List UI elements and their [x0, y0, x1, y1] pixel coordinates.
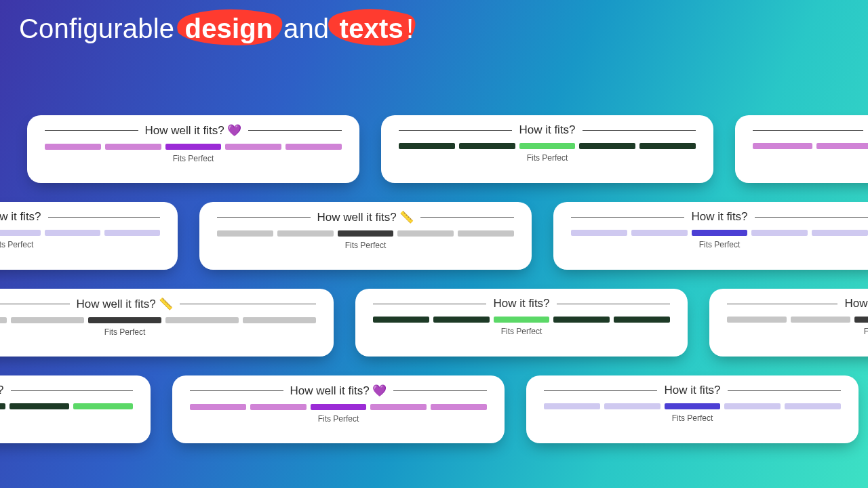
card-title-row: How it fits?: [399, 123, 696, 137]
fit-scale-segment: [458, 230, 514, 237]
rule-left: [217, 217, 311, 218]
fit-scale-segment: [45, 230, 100, 236]
rule-left: [0, 304, 70, 304]
fit-scale-segment: [431, 404, 487, 410]
fit-scale-segment: [45, 144, 101, 150]
fit-scale-segment: [459, 143, 515, 149]
fit-scale-segment: [494, 317, 550, 323]
card-title-row: How well it fits? 💜: [45, 123, 342, 138]
fit-scale-segment: [88, 317, 161, 323]
fit-card: How well it fits? 📏Fits Perfect: [199, 202, 532, 270]
rule-right: [180, 304, 316, 304]
fit-caption: Fits Perfect: [318, 414, 359, 424]
rule-right: [728, 390, 841, 391]
fit-scale: [0, 403, 133, 409]
fit-scale-segment: [373, 317, 429, 323]
card-rows: How well it fits? 💜Fits PerfectHow it fi…: [0, 115, 868, 488]
rule-right: [48, 217, 160, 218]
fit-scale-segment: [724, 403, 781, 409]
fit-caption: Fits Perfect: [672, 413, 713, 423]
fit-caption: Fits Perfect: [527, 153, 568, 163]
fit-scale-segment: [0, 317, 7, 323]
fit-caption: Fits Perfect: [345, 241, 387, 250]
fit-caption: Fits Perfect: [0, 240, 33, 249]
card-title: How well it fits? 💜: [145, 123, 242, 138]
card-title-row: How well it fits? 📏: [217, 210, 514, 224]
fit-card: How well it fits?Fits Perfect: [709, 289, 868, 357]
fit-scale: [0, 317, 316, 323]
fit-scale-segment: [165, 144, 222, 150]
rule-left: [373, 304, 486, 304]
fit-scale-segment: [105, 144, 161, 150]
fit-card: How well it fits? 💜Fits Perfect: [172, 375, 505, 443]
rule-right: [11, 390, 133, 391]
highlight-texts-text: texts: [340, 14, 403, 43]
fit-scale-segment: [0, 230, 41, 236]
rule-right: [248, 130, 342, 131]
card-title-row: How well it fits?: [727, 297, 868, 310]
fit-scale: [727, 317, 868, 323]
card-title-row: How well it fits? 💜: [190, 384, 487, 398]
fit-card: How it fits?Fits Perfect: [355, 289, 688, 357]
fit-scale-segment: [614, 317, 670, 323]
fit-scale-segment: [9, 403, 69, 409]
fit-card: How it fits?Fits Perfect: [553, 202, 868, 270]
fit-scale-segment: [370, 404, 427, 410]
fit-caption: Fits Perfect: [501, 327, 542, 336]
fit-scale-segment: [665, 403, 721, 409]
rule-right: [420, 217, 514, 218]
card-title-row: How it fits?: [544, 384, 841, 397]
fit-scale-segment: [579, 143, 635, 149]
highlight-design: design: [182, 14, 276, 44]
fit-scale-segment: [433, 317, 490, 323]
fit-scale-segment: [250, 404, 307, 410]
fit-scale: [571, 230, 868, 236]
card-title: How it fits?: [0, 384, 4, 397]
fit-scale: [190, 404, 487, 410]
hero-text-1: Configurable: [19, 14, 182, 43]
fit-scale-segment: [277, 230, 334, 237]
fit-scale-segment: [639, 143, 696, 149]
fit-scale-segment: [544, 403, 600, 409]
highlight-design-text: design: [185, 14, 273, 43]
fit-scale-segment: [753, 143, 812, 149]
hero-text-3: !: [406, 14, 414, 43]
card-title: How it fits?: [519, 123, 575, 137]
card-title: How it fits?: [664, 384, 720, 397]
fit-scale-segment: [854, 317, 868, 323]
rule-left: [45, 130, 138, 131]
fit-scale-segment: [73, 403, 133, 409]
fit-scale-segment: [604, 403, 660, 409]
fit-card: How well it fits? 💜Fits Perfect: [27, 115, 359, 183]
fit-scale: [373, 317, 670, 323]
fit-scale-segment: [190, 404, 246, 410]
card-title-row: How it fits?: [373, 297, 670, 310]
rule-left: [190, 390, 283, 391]
card-title-row: How well it fits?: [753, 123, 868, 137]
fit-scale: [217, 230, 514, 237]
fit-card: How well it fits? 📏Fits Perfect: [0, 289, 334, 357]
card-title: How it fits?: [0, 210, 41, 224]
fit-scale-segment: [631, 230, 688, 236]
fit-scale-segment: [104, 230, 160, 236]
fit-card: How it fits?Fits Perfect: [0, 375, 151, 443]
card-title-row: How it fits?: [0, 210, 160, 224]
fit-scale-segment: [553, 317, 610, 323]
rule-right: [583, 130, 696, 131]
fit-scale-segment: [0, 403, 5, 409]
fit-scale: [0, 230, 160, 236]
card-title-row: How well it fits? 📏: [0, 297, 316, 311]
fit-scale-segment: [225, 144, 281, 150]
card-title: How well it fits? 💜: [290, 384, 387, 398]
fit-scale-segment: [285, 144, 342, 150]
fit-scale: [753, 143, 868, 149]
card-title: How well it fits? 📏: [77, 297, 174, 311]
fit-scale-segment: [519, 143, 576, 149]
rule-left: [753, 130, 863, 131]
fit-card: How it fits?Fits Perfect: [381, 115, 713, 183]
fit-scale-segment: [397, 230, 454, 237]
fit-scale-segment: [785, 403, 841, 409]
fit-card: How it fits?Fits Perfect: [526, 375, 859, 443]
fit-caption: Fits Perfect: [864, 327, 868, 336]
hero-text-2: and: [276, 14, 337, 43]
